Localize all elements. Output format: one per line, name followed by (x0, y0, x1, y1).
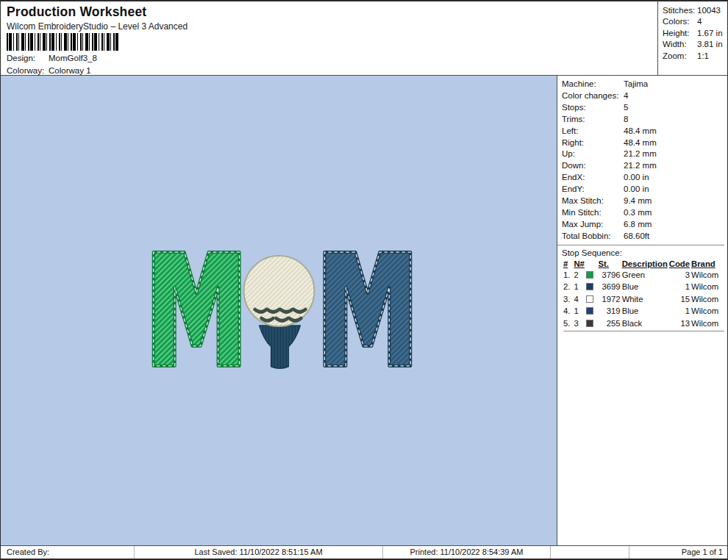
design-letter-m-left (154, 252, 240, 366)
machine-row: Down:21.2 mm (562, 160, 724, 172)
stats-row: Width:3.81 in (663, 39, 727, 50)
stop-sequence-row: 3. 4 1972 White 15 Wilcom (563, 294, 724, 306)
machine-label: Machine: (562, 79, 624, 90)
page-title: Production Worksheet (7, 4, 146, 20)
machine-row: Color changes:4 (562, 90, 724, 102)
seq-brand: Wilcom (691, 306, 724, 318)
machine-row: Max Stitch:9.4 mm (562, 195, 724, 207)
machine-value: 68.60ft (624, 231, 649, 240)
design-golf-ball (244, 256, 315, 326)
footer-spacer-cell (551, 546, 629, 559)
stop-sequence-row: 5. 3 255 Black 13 Wilcom (563, 318, 724, 331)
seq-description: Blue (622, 281, 669, 294)
seq-num: 1. (563, 270, 574, 282)
machine-label: Max Stitch: (562, 195, 624, 207)
stop-sequence-title: Stop Sequence: (562, 248, 724, 258)
design-label: Design: (7, 54, 49, 62)
machine-value: 0.00 in (624, 184, 649, 193)
seq-code: 15 (669, 294, 691, 306)
machine-value: 4 (624, 91, 628, 100)
seq-st-count: 1972 (599, 294, 622, 306)
machine-value: 6.8 mm (624, 220, 652, 229)
machine-label: EndY: (562, 184, 624, 195)
page-number-cell: Page 1 of 1 (629, 546, 727, 559)
stop-sequence-header-row: # N# St. Description Code Brand (563, 259, 724, 270)
machine-label: Right: (562, 137, 624, 149)
machine-value: 21.2 mm (624, 149, 657, 158)
seq-n-num: 2 (574, 270, 586, 282)
seq-n-num: 4 (574, 294, 586, 306)
seq-st-count: 3699 (599, 281, 622, 294)
machine-value: 48.4 mm (624, 138, 657, 147)
col-header-st: St. (599, 259, 622, 270)
col-header-swatch (586, 259, 598, 270)
col-header-description: Description (622, 259, 669, 270)
seq-st-count: 3796 (599, 270, 622, 282)
seq-brand: Wilcom (691, 294, 724, 306)
seq-n-num: 1 (574, 306, 586, 318)
stats-label: Height: (663, 28, 697, 39)
machine-row: Stops:5 (562, 102, 724, 114)
machine-label: Total Bobbin: (562, 231, 624, 243)
design-golf-tee (260, 326, 301, 368)
stats-row: Zoom:1:1 (663, 51, 727, 62)
seq-code: 1 (669, 306, 691, 318)
embroidery-design (1, 76, 557, 545)
stop-sequence-section: Stop Sequence: # N# St. Description Code… (557, 245, 724, 331)
worksheet-header: Production Worksheet Wilcom EmbroiderySt… (1, 1, 727, 76)
machine-info-panel: Machine:Tajima Color changes:4 Stops:5 T… (557, 76, 727, 545)
worksheet-body: Machine:Tajima Color changes:4 Stops:5 T… (1, 76, 727, 545)
machine-row: Machine:Tajima (562, 79, 724, 90)
seq-code: 13 (669, 318, 691, 331)
col-header-code: Code (669, 259, 691, 270)
machine-value: Tajima (624, 79, 648, 88)
machine-row: Max Jump:6.8 mm (562, 219, 724, 231)
seq-brand: Wilcom (691, 318, 724, 331)
machine-value: 21.2 mm (624, 161, 657, 170)
machine-value: 0.3 mm (624, 208, 652, 217)
seq-st-count: 319 (599, 306, 622, 318)
printed-cell: Printed: 11/10/2022 8:54:39 AM (383, 546, 551, 559)
seq-description: White (622, 294, 669, 306)
worksheet-footer: Created By: Last Saved: 11/10/2022 8:51:… (1, 545, 727, 559)
colorway-label: Colorway: (7, 66, 49, 75)
seq-description: Blue (622, 306, 669, 318)
stats-value: 10043 (697, 6, 721, 15)
machine-row: Up:21.2 mm (562, 148, 724, 160)
stats-value: 3.81 in (697, 40, 723, 49)
stats-label: Width: (663, 39, 697, 50)
seq-n-num: 3 (574, 318, 586, 331)
production-worksheet: Production Worksheet Wilcom EmbroiderySt… (0, 0, 728, 560)
seq-n-num: 1 (574, 281, 586, 294)
seq-num: 3. (563, 294, 574, 306)
software-subtitle: Wilcom EmbroideryStudio – Level 3 Advanc… (7, 21, 188, 32)
machine-value: 8 (624, 115, 628, 123)
design-stats-box: Stitches:10043 Colors:4 Height:1.67 in W… (657, 1, 727, 75)
thread-color-swatch (586, 320, 593, 327)
seq-num: 5. (563, 318, 574, 331)
col-header-brand: Brand (691, 259, 724, 270)
machine-value: 48.4 mm (624, 126, 657, 135)
machine-label: Color changes: (562, 90, 624, 102)
design-value: MomGolf3_8 (49, 54, 97, 62)
machine-row: EndX:0.00 in (562, 172, 724, 184)
stats-row: Height:1.67 in (663, 28, 727, 39)
thread-color-swatch (586, 271, 593, 279)
seq-code: 3 (669, 270, 691, 282)
thread-color-swatch (586, 283, 593, 290)
colorway-row: Colorway:Colorway 1 (7, 66, 91, 75)
stats-row: Colors:4 (663, 16, 727, 27)
machine-row: Total Bobbin:68.60ft (562, 231, 724, 243)
seq-brand: Wilcom (691, 270, 724, 282)
stop-sequence-table: # N# St. Description Code Brand 1. 2 (563, 259, 724, 331)
machine-row: Trims:8 (562, 114, 724, 126)
thread-color-swatch (586, 295, 593, 303)
machine-label: Trims: (562, 114, 624, 126)
machine-label: Min Stitch: (562, 207, 624, 219)
machine-row: Right:48.4 mm (562, 137, 724, 149)
seq-code: 1 (669, 281, 691, 294)
col-header-num: # (563, 259, 574, 270)
stop-sequence-row: 2. 1 3699 Blue 1 Wilcom (563, 281, 724, 294)
machine-label: Down: (562, 160, 624, 172)
seq-num: 4. (563, 306, 574, 318)
